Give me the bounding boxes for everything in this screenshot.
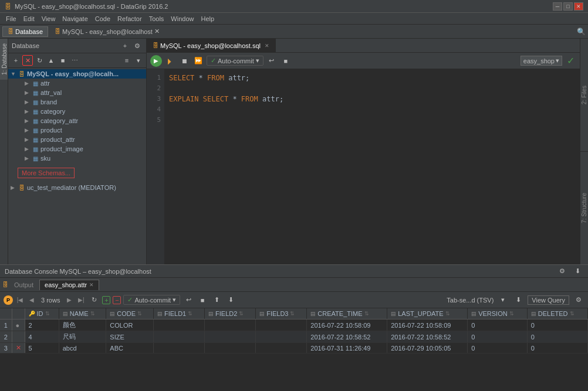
view-query-button[interactable]: View Query: [528, 295, 569, 305]
run-script-button[interactable]: ⏵: [164, 55, 176, 67]
cell-name[interactable]: abcd: [59, 343, 106, 353]
table-row[interactable]: 2 4 尺码 SIZE 2016-07-22 10:58:52 2016-07-…: [0, 331, 588, 343]
editor-tab-close[interactable]: ✕: [265, 43, 269, 49]
cell-last-update[interactable]: 2016-07-22 10:58:52: [387, 331, 468, 343]
cell-create-time[interactable]: 2016-07-22 10:58:09: [307, 319, 387, 331]
cell-deleted[interactable]: 0: [527, 343, 587, 353]
delete-row-button[interactable]: −: [113, 296, 121, 304]
close-button[interactable]: ✕: [574, 2, 583, 11]
undo-button[interactable]: ↩: [266, 55, 278, 67]
cell-create-time[interactable]: 2016-07-22 10:58:52: [307, 331, 387, 343]
tree-root-item[interactable]: ▼ 🗄 MySQL - easy_shop@localh...: [8, 69, 146, 79]
bottom-settings-icon[interactable]: ⚙: [556, 266, 568, 277]
db-stop-button[interactable]: ■: [58, 55, 68, 66]
top-search[interactable]: 🔍: [577, 28, 586, 36]
col-id[interactable]: 🔑 ID ⇅: [25, 308, 59, 319]
cell-create-time[interactable]: 2016-07-31 11:26:49: [307, 343, 387, 353]
maximize-button[interactable]: □: [563, 2, 573, 11]
results-stop-button[interactable]: ■: [197, 294, 208, 306]
cell-code[interactable]: COLOR: [106, 319, 154, 331]
first-row-button[interactable]: |◀: [15, 295, 25, 305]
cell-field1[interactable]: [153, 331, 204, 343]
tree-table-attr[interactable]: ▶ ▦ attr: [8, 79, 146, 88]
vtab-database[interactable]: 1: Database: [0, 39, 8, 80]
autocommit-toggle[interactable]: ✓ Auto-commit ▾: [207, 56, 263, 66]
settings-gear-icon[interactable]: ⚙: [573, 294, 584, 306]
cell-last-update[interactable]: 2016-07-29 10:05:05: [387, 343, 468, 353]
bottom-download-icon[interactable]: ⬇: [572, 266, 583, 277]
tree-table-product_image[interactable]: ▶ ▦ product_image: [8, 144, 146, 154]
schema-selector[interactable]: easy_shop ▾: [521, 56, 562, 66]
cell-field3[interactable]: [256, 319, 307, 331]
col-deleted[interactable]: ▤ DELETED ⇅: [527, 308, 587, 319]
cell-field3[interactable]: [256, 343, 307, 353]
tree-table-product_attr[interactable]: ▶ ▦ product_attr: [8, 135, 146, 144]
col-name[interactable]: ▤ NAME ⇅: [59, 308, 106, 319]
menu-item-window[interactable]: Window: [167, 15, 197, 22]
col-last-update[interactable]: ▤ LAST_UPDATE ⇅: [387, 308, 468, 319]
results-import-button[interactable]: ⬇: [225, 294, 236, 306]
table-row[interactable]: 3 ✕ 5 abcd ABC 2016-07-31 11:26:49 2016-…: [0, 343, 588, 353]
db-more-button[interactable]: ⋯: [69, 55, 80, 66]
menu-item-view[interactable]: View: [38, 15, 59, 22]
tree-table-brand[interactable]: ▶ ▦ brand: [8, 97, 146, 107]
code-content[interactable]: SELECT * FROM attr; EXPLAIN SELECT * FRO…: [164, 69, 580, 264]
tree-table-category[interactable]: ▶ ▦ category: [8, 107, 146, 116]
cell-id[interactable]: 5: [25, 343, 59, 353]
db-settings-icon[interactable]: ⚙: [132, 40, 143, 51]
cell-field1[interactable]: [153, 343, 204, 353]
db-new-button[interactable]: +: [11, 55, 21, 66]
results-undo-button[interactable]: ↩: [183, 294, 194, 306]
next-row-button[interactable]: ▶: [65, 295, 74, 305]
col-version[interactable]: ▤ VERSION ⇅: [468, 308, 528, 319]
cell-field1[interactable]: [153, 319, 204, 331]
last-row-button[interactable]: ▶|: [76, 295, 86, 305]
cell-name[interactable]: 颜色: [59, 319, 106, 331]
menu-item-edit[interactable]: Edit: [20, 15, 38, 22]
resume-button[interactable]: ⏩: [192, 55, 204, 67]
menu-item-help[interactable]: Help: [197, 15, 218, 22]
cell-field2[interactable]: [205, 331, 256, 343]
menu-item-code[interactable]: Code: [92, 15, 114, 22]
col-field2[interactable]: ▤ FIELD2 ⇅: [205, 308, 256, 319]
editor-tab-main[interactable]: 🗄 MySQL - easy_shop@localhost.sql ✕: [147, 39, 276, 52]
db-add-button[interactable]: +: [120, 40, 130, 51]
refresh-results-button[interactable]: ↻: [88, 294, 100, 306]
db-layout-button[interactable]: ≡: [121, 55, 132, 66]
add-row-button[interactable]: +: [102, 296, 110, 304]
results-export-button[interactable]: ⬆: [211, 294, 222, 306]
menu-item-tools[interactable]: Tools: [146, 15, 168, 22]
run-button[interactable]: ▶: [150, 55, 162, 67]
prev-row-button[interactable]: ◀: [27, 295, 36, 305]
tab-mysql-console[interactable]: 🗄 MySQL - easy_shop@localhost ✕: [49, 26, 165, 37]
tree-table-category_attr[interactable]: ▶ ▦ category_attr: [8, 116, 146, 125]
tab-easy-shop-attr[interactable]: easy_shop.attr ✕: [39, 280, 99, 290]
db-filter-button[interactable]: ▾: [133, 55, 144, 66]
redo-stop-button[interactable]: ■: [280, 55, 292, 67]
cell-code[interactable]: SIZE: [106, 331, 154, 343]
minimize-button[interactable]: ─: [553, 2, 562, 11]
tsv-export-icon[interactable]: ⬇: [512, 294, 524, 306]
cell-version[interactable]: 0: [468, 319, 528, 331]
cell-id[interactable]: 4: [25, 331, 59, 343]
tab-output[interactable]: Output: [9, 280, 38, 290]
cell-version[interactable]: 0: [468, 343, 528, 353]
cell-deleted[interactable]: 0: [527, 331, 587, 343]
tree-table-attr_val[interactable]: ▶ ▦ attr_val: [8, 88, 146, 97]
tab-database[interactable]: 🗄 Database: [2, 26, 48, 37]
menu-item-navigate[interactable]: Navigate: [59, 15, 91, 22]
right-files-tab[interactable]: 2: Files: [580, 39, 588, 152]
cell-name[interactable]: 尺码: [59, 331, 106, 343]
cell-field2[interactable]: [205, 319, 256, 331]
table-row[interactable]: 1 ● 2 颜色 COLOR 2016-07-22 10:58:09 2016-…: [0, 319, 588, 331]
col-field1[interactable]: ▤ FIELD1 ⇅: [153, 308, 204, 319]
tree-table-sku[interactable]: ▶ ▦ sku: [8, 154, 146, 163]
cell-deleted[interactable]: 0: [527, 319, 587, 331]
col-field3[interactable]: ▤ FIELD3 ⇅: [256, 308, 307, 319]
db-refresh-button[interactable]: ↻: [34, 55, 45, 66]
tab-attr-close[interactable]: ✕: [89, 282, 94, 288]
menu-item-file[interactable]: File: [2, 15, 20, 22]
cell-version[interactable]: 0: [468, 331, 528, 343]
stop-button[interactable]: ⏹: [178, 55, 190, 67]
tsv-arrow[interactable]: ▾: [497, 294, 509, 306]
